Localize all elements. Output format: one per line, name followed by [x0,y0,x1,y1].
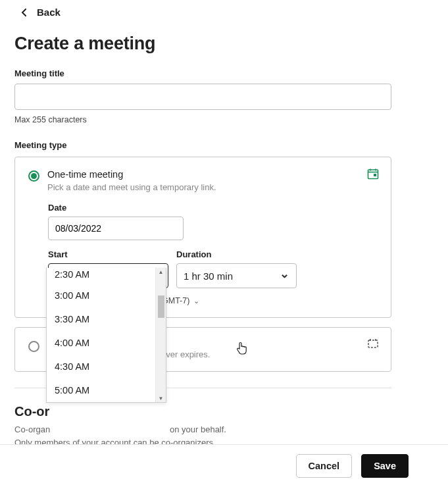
meeting-title-hint: Max 255 characters [14,115,434,124]
one-time-radio[interactable] [28,170,39,182]
scroll-thumb[interactable] [158,295,164,318]
chevron-down-icon [280,269,289,283]
svg-rect-5 [368,340,378,347]
co-organizers-line1: Co-organ_____ on your behalf. [14,423,434,436]
meeting-title-input[interactable] [14,84,391,110]
scroll-down-arrow[interactable]: ▼ [156,394,166,402]
recurring-radio[interactable] [28,341,39,352]
cancel-button[interactable]: Cancel [296,454,353,478]
scroll-up-arrow[interactable]: ▲ [156,268,166,276]
svg-rect-4 [374,174,376,176]
calendar-icon [367,168,379,180]
time-option[interactable]: 5:00 AM [47,378,166,402]
dropdown-scrollbar[interactable]: ▲ ▼ [155,268,166,402]
page-title: Create a meeting [14,34,434,54]
start-time-dropdown[interactable]: 2:30 AM 3:00 AM 3:30 AM 4:00 AM 4:30 AM … [46,268,166,403]
chevron-down-icon[interactable]: ⌄ [193,297,199,305]
time-option[interactable]: 3:30 AM [47,307,166,331]
duration-value: 1 hr 30 min [184,270,233,282]
time-option[interactable]: 3:00 AM [47,284,166,307]
meeting-title-label: Meeting title [14,68,434,78]
start-label: Start [48,249,168,259]
time-option[interactable]: 2:30 AM [47,268,166,284]
duration-select[interactable]: 1 hr 30 min [176,263,297,288]
duration-label: Duration [176,249,297,259]
time-option[interactable]: 4:00 AM [47,331,166,355]
recurring-desc-fragment: ever expires. [161,349,210,359]
time-option[interactable]: 4:30 AM [47,355,166,378]
footer-bar: Cancel Save [0,444,448,487]
svg-rect-0 [368,170,378,179]
co-organizers-heading: Co-or [14,404,434,419]
meeting-type-label: Meeting type [14,140,434,150]
one-time-desc: Pick a date and meet using a temporary l… [47,182,216,192]
date-input[interactable] [48,217,184,240]
one-time-title: One-time meeting [47,169,216,180]
back-chevron-icon[interactable] [21,9,28,16]
recurring-icon [367,338,379,349]
date-label: Date [48,203,378,213]
back-link[interactable]: Back [37,7,61,18]
save-button[interactable]: Save [361,454,409,478]
